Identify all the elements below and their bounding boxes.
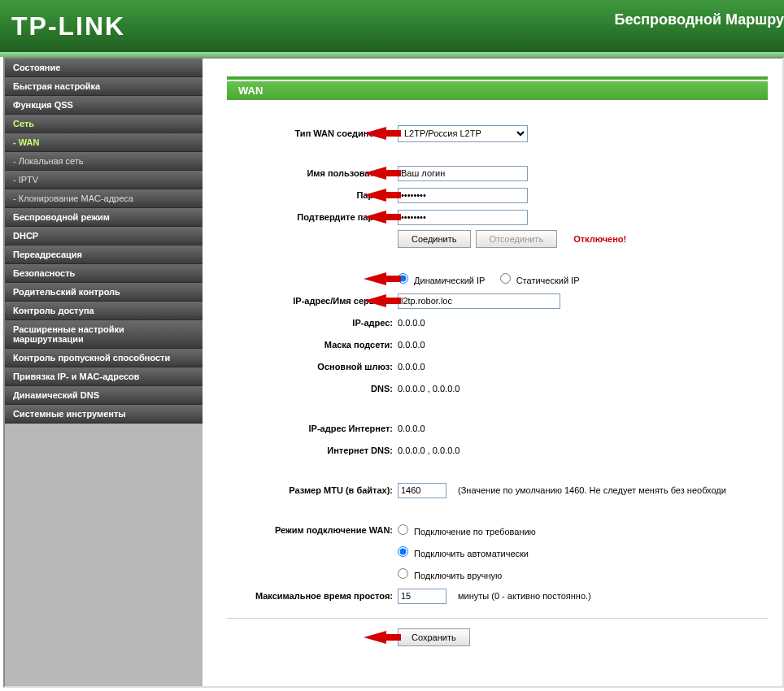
username-input[interactable]: [398, 166, 528, 181]
disconnect-button[interactable]: Отсоединить: [476, 230, 558, 248]
idle-input[interactable]: [398, 589, 446, 604]
label-confirm-password: Подтвердите пароль:: [227, 212, 398, 222]
wan-type-select[interactable]: L2TP/Россия L2TP: [398, 125, 528, 142]
sidebar-item-8[interactable]: Беспроводной режим: [5, 208, 203, 227]
sidebar-item-12[interactable]: Родительский контроль: [5, 283, 203, 302]
label-wan-type: Тип WAN соединения:: [227, 128, 398, 138]
radio-static-ip[interactable]: Статический IP: [500, 273, 580, 285]
svg-marker-6: [364, 631, 401, 644]
value-mask: 0.0.0.0: [398, 340, 425, 350]
header-bar: TP-LINK Беспроводной Маршру: [0, 0, 784, 52]
sidebar-item-15[interactable]: Контроль пропускной способности: [5, 349, 203, 367]
sidebar: СостояниеБыстрая настройкаФункция QSSСет…: [5, 59, 203, 686]
sidebar-item-3[interactable]: Сеть: [5, 115, 203, 133]
server-input[interactable]: [398, 293, 560, 309]
label-gateway: Основной шлюз:: [227, 362, 398, 372]
sidebar-fill: [5, 424, 203, 686]
confirm-password-input[interactable]: [398, 210, 528, 225]
radio-wan-manual[interactable]: Подключить вручную: [398, 568, 502, 580]
main-layout: СостояниеБыстрая настройкаФункция QSSСет…: [3, 57, 784, 688]
svg-marker-4: [364, 272, 401, 285]
sidebar-item-5[interactable]: - Локальная сеть: [5, 152, 203, 171]
label-inet-dns: Интернет DNS:: [227, 445, 398, 455]
content-panel: WAN Тип WAN соединения: L2TP/Россия L2TP…: [203, 59, 782, 686]
sidebar-item-2[interactable]: Функция QSS: [5, 96, 203, 115]
label-mtu: Размер MTU (в байтах):: [227, 485, 398, 495]
sidebar-item-4[interactable]: - WAN: [5, 133, 203, 152]
value-ip: 0.0.0.0: [398, 318, 425, 328]
connection-status: Отключено!: [573, 234, 626, 244]
sidebar-item-9[interactable]: DHCP: [5, 227, 203, 246]
sidebar-item-14[interactable]: Расширенные настройки маршрутизации: [5, 320, 203, 349]
save-button[interactable]: Сохранить: [398, 628, 470, 646]
sidebar-item-6[interactable]: - IPTV: [5, 171, 203, 189]
value-gateway: 0.0.0.0: [398, 362, 425, 372]
value-inet-dns: 0.0.0.0 , 0.0.0.0: [398, 445, 460, 455]
radio-wan-demand[interactable]: Подключение по требованию: [398, 524, 536, 537]
radio-wan-auto[interactable]: Подключить автоматически: [398, 546, 529, 558]
separator: [227, 618, 768, 619]
connect-button[interactable]: Соединить: [398, 230, 471, 248]
password-input[interactable]: [398, 188, 528, 203]
label-server: IP-адрес/Имя сервера:: [227, 296, 398, 306]
sidebar-item-10[interactable]: Переадресация: [5, 246, 203, 264]
label-mask: Маска подсети:: [227, 340, 398, 350]
label-inet-ip: IP-адрес Интернет:: [227, 424, 398, 433]
panel-title-accent: [227, 76, 768, 80]
annotation-arrow: [364, 628, 401, 646]
label-idle: Максимальное время простоя:: [227, 591, 398, 601]
sidebar-item-1[interactable]: Быстрая настройка: [5, 77, 203, 96]
label-password: Пароль:: [227, 190, 398, 200]
label-dns: DNS:: [227, 384, 398, 393]
sidebar-item-16[interactable]: Привязка IP- и MAC-адресов: [5, 367, 203, 386]
mtu-hint: (Значение по умолчанию 1460. Не следует …: [458, 485, 726, 495]
panel-title: WAN: [227, 81, 768, 100]
sidebar-item-11[interactable]: Безопасность: [5, 264, 203, 283]
value-dns: 0.0.0.0 , 0.0.0.0: [398, 384, 460, 393]
sidebar-item-18[interactable]: Системные инструменты: [5, 405, 203, 424]
label-ip: IP-адрес:: [227, 318, 398, 328]
label-wan-mode: Режим подключение WAN:: [227, 525, 398, 535]
mtu-input[interactable]: [398, 483, 446, 498]
radio-dynamic-ip[interactable]: Динамический IP: [398, 273, 485, 285]
annotation-arrow: [364, 270, 401, 288]
value-inet-ip: 0.0.0.0: [398, 424, 425, 433]
sidebar-item-17[interactable]: Динамический DNS: [5, 386, 203, 405]
sidebar-item-7[interactable]: - Клонирование MAC-адреса: [5, 189, 203, 208]
sidebar-item-0[interactable]: Состояние: [5, 59, 203, 77]
logo: TP-LINK: [11, 11, 125, 41]
header-title: Беспроводной Маршру: [614, 11, 784, 28]
sidebar-item-13[interactable]: Контроль доступа: [5, 302, 203, 320]
label-username: Имя пользователя:: [227, 168, 398, 178]
idle-hint: минуты (0 - активно постоянно.): [458, 591, 591, 601]
